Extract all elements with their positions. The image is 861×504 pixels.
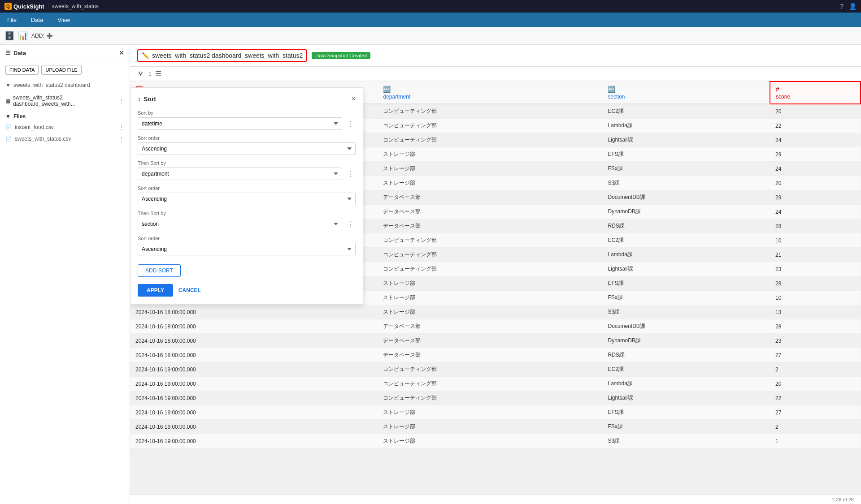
- cell-department: データベース部: [378, 219, 602, 233]
- cell-department: コンピューティング部: [378, 233, 602, 248]
- table-row: 2024-10-16 19:00:00.000 ストレージ部 EFS課 27: [130, 405, 861, 420]
- cell-scone: 27: [770, 405, 861, 420]
- apply-button[interactable]: APPLY: [138, 284, 173, 297]
- cell-scone: 20: [770, 104, 861, 119]
- sort-panel-title: ↕ Sort: [138, 95, 156, 103]
- cell-section: RDS課: [602, 348, 770, 362]
- cell-section: FSx課: [602, 291, 770, 305]
- cancel-button[interactable]: CANCEL: [178, 287, 201, 293]
- cell-section: S3課: [602, 305, 770, 319]
- sort-by-label: Sort by: [138, 110, 356, 116]
- dataset-name: sweets_with_status2 dashboard: [13, 82, 90, 88]
- main-layout: ☰ Data ✕ FIND DATA UPLOAD FILE ▼ sweets_…: [0, 45, 861, 504]
- table-row: 2024-10-16 19:00:00.000 コンピューティング部 Light…: [130, 391, 861, 405]
- filter-icon[interactable]: ⛛: [137, 70, 144, 78]
- cell-department: コンピューティング部: [378, 104, 602, 119]
- sort-by-select[interactable]: datetime: [138, 117, 342, 130]
- sort-icon-panel: ↕: [138, 95, 141, 103]
- then-sort-by-row-2: Then Sort by section ⋮: [138, 211, 356, 230]
- then-sort-dots-1[interactable]: ⋮: [345, 170, 356, 178]
- file-icon-1: 📄: [5, 124, 12, 130]
- cell-datetime: 2024-10-16 19:00:00.000: [130, 391, 378, 405]
- cell-scone: 13: [770, 305, 861, 319]
- cell-scone: 23: [770, 334, 861, 348]
- cell-datetime: 2024-10-16 18:00:00.000: [130, 334, 378, 348]
- files-collapse-icon: ▼: [5, 113, 11, 120]
- then-sort-order-select-2[interactable]: Ascending: [138, 243, 356, 255]
- table-row: 2024-10-16 18:00:00.000 データベース部 RDS課 27: [130, 348, 861, 362]
- cell-section: EC2課: [602, 233, 770, 248]
- cell-scone: 29: [770, 147, 861, 162]
- section-col-icon: 🔤: [608, 86, 764, 93]
- cell-scone: 24: [770, 162, 861, 176]
- table-row: 2024-10-16 19:00:00.000 コンピューティング部 Lambd…: [130, 377, 861, 391]
- sort-order-select[interactable]: Ascending: [138, 142, 356, 155]
- cell-scone: 24: [770, 133, 861, 147]
- sort-icon[interactable]: ↕: [148, 70, 152, 78]
- cell-scone: 10: [770, 291, 861, 305]
- table-row: 2024-10-16 19:00:00.000 コンピューティング部 EC2課 …: [130, 362, 861, 377]
- app-name: QuickSight: [13, 3, 44, 10]
- edit-icon: ✏️: [142, 52, 149, 59]
- table-icon[interactable]: 📊: [18, 31, 28, 41]
- then-sort-dots-2[interactable]: ⋮: [345, 220, 356, 228]
- table-row: 2024-10-16 19:00:00.000 ストレージ部 S3課 1: [130, 434, 861, 448]
- then-sort-order-label-1: Sort order: [138, 185, 356, 191]
- cell-department: ストレージ部: [378, 305, 602, 319]
- add-button[interactable]: ADD: ➕: [31, 33, 53, 39]
- cell-department: データベース部: [378, 334, 602, 348]
- then-sort-by-label-1: Then Sort by: [138, 160, 356, 166]
- cell-section: Lambda課: [602, 377, 770, 391]
- cell-department: コンピューティング部: [378, 391, 602, 405]
- dataset-options-icon[interactable]: ⋮: [119, 98, 124, 104]
- cell-scone: 20: [770, 176, 861, 190]
- menu-file[interactable]: File: [4, 15, 19, 25]
- title-container: ✏️ sweets_with_status2 dashboard_sweets_…: [137, 49, 307, 62]
- add-sort-button[interactable]: ADD SORT: [138, 264, 181, 277]
- snapshot-badge: Data Snapshot Created: [312, 52, 370, 59]
- table-row: 2024-10-16 18:00:00.000 データベース部 Document…: [130, 319, 861, 334]
- cell-section: Lambda課: [602, 119, 770, 133]
- file-options-1[interactable]: ⋮: [119, 124, 124, 130]
- then-sort-by-label-2: Then Sort by: [138, 211, 356, 216]
- help-icon[interactable]: ?: [840, 3, 844, 10]
- then-sort-order-select-1[interactable]: Ascending: [138, 193, 356, 205]
- dataset-section-header[interactable]: ▼ sweets_with_status2 dashboard: [0, 78, 130, 92]
- sort-panel-close[interactable]: ×: [352, 95, 356, 103]
- cell-department: ストレージ部: [378, 434, 602, 448]
- cell-department: データベース部: [378, 319, 602, 334]
- cell-section: S3課: [602, 434, 770, 448]
- user-icon[interactable]: 👤: [849, 3, 857, 10]
- sort-order-label: Sort order: [138, 135, 356, 141]
- cell-department: ストレージ部: [378, 420, 602, 434]
- cell-section: FSx課: [602, 420, 770, 434]
- cell-section: EFS課: [602, 147, 770, 162]
- col-department: 🔤 department: [378, 82, 602, 104]
- then-sort-by-select-1[interactable]: department: [138, 168, 342, 180]
- add-icon: ➕: [46, 33, 53, 39]
- cell-section: DynamoDB課: [602, 334, 770, 348]
- cell-department: ストレージ部: [378, 162, 602, 176]
- close-sidebar-icon[interactable]: ✕: [119, 49, 124, 56]
- table-view-icon[interactable]: ☰: [155, 69, 161, 78]
- cell-department: ストレージ部: [378, 276, 602, 291]
- then-sort-order-row-1: Sort order Ascending: [138, 185, 356, 205]
- sidebar-header: ☰ Data ✕: [0, 45, 130, 61]
- sort-by-dots[interactable]: ⋮: [345, 120, 356, 128]
- filename-2: sweets_with_status.csv: [15, 136, 71, 142]
- cell-scone: 24: [770, 205, 861, 219]
- then-sort-by-select-2[interactable]: section: [138, 218, 342, 230]
- cell-scone: 28: [770, 319, 861, 334]
- cell-datetime: 2024-10-16 18:00:00.000: [130, 305, 378, 319]
- datasets-icon[interactable]: 🗄️: [4, 31, 14, 41]
- sort-panel-header: ↕ Sort ×: [138, 95, 356, 103]
- upload-file-button[interactable]: UPLOAD FILE: [41, 65, 82, 75]
- cell-department: コンピューティング部: [378, 262, 602, 276]
- cell-section: Lightsail課: [602, 262, 770, 276]
- data-icon: ☰: [5, 50, 11, 56]
- menu-view[interactable]: View: [55, 15, 73, 25]
- file-options-2[interactable]: ⋮: [119, 136, 124, 142]
- menu-data[interactable]: Data: [28, 15, 46, 25]
- cell-scone: 22: [770, 119, 861, 133]
- find-data-button[interactable]: FIND DATA: [5, 65, 39, 75]
